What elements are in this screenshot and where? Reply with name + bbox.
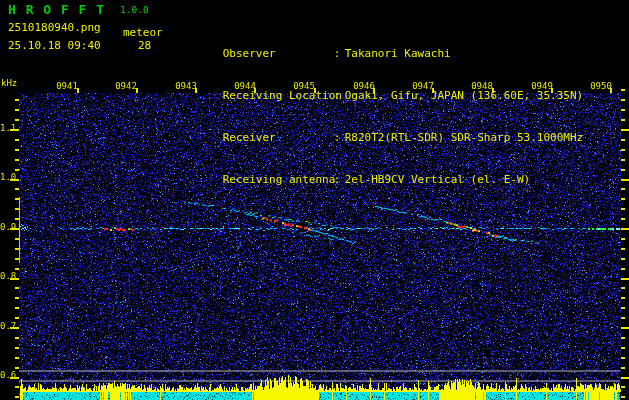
x-tick-label: 0942 (114, 81, 138, 91)
separator: : (334, 46, 345, 62)
station-row-observer: Observer:Takanori Kawachi (183, 30, 583, 46)
x-tick-label: 0950 (589, 81, 613, 91)
y-axis-unit-label: kHz (1, 78, 17, 88)
y-tick-label: 0.6 (0, 370, 14, 380)
y-tick-label: 1.1 (0, 123, 14, 133)
meteor-count: 28 (138, 39, 151, 52)
separator: : (334, 130, 345, 146)
datetime-label: 25.10.18 09:40 (8, 39, 101, 52)
station-row-receiver: Receiver:R820T2(RTL-SDR) SDR-Sharp 53.10… (183, 114, 583, 130)
app-version: 1.0.0 (120, 4, 149, 15)
station-row-antenna: Receiving antenna:2el-HB9CV Vertical (el… (183, 156, 583, 172)
app-title: H R O F F T (8, 2, 105, 17)
x-tick-label: 0943 (174, 81, 198, 91)
x-tick-label: 0947 (411, 81, 435, 91)
y-tick-label: 0.9 (0, 222, 14, 232)
x-tick-label: 0941 (55, 81, 79, 91)
station-label: Observer (223, 46, 334, 62)
output-filename: 2510180940.png (8, 21, 101, 34)
station-label: Receiving antenna (223, 172, 334, 188)
station-value: R820T2(RTL-SDR) SDR-Sharp 53.1000MHz (345, 131, 583, 144)
y-tick-label: 0.8 (0, 271, 14, 281)
x-tick-label: 0948 (470, 81, 494, 91)
x-tick-label: 0946 (352, 81, 376, 91)
hrofft-window: H R O F F T 1.0.0 2510180940.png meteor … (0, 0, 629, 400)
station-value: 2el-HB9CV Vertical (el. E-W) (345, 173, 530, 186)
mode-label: meteor (123, 26, 163, 39)
y-tick-label: 1.0 (0, 172, 14, 182)
x-tick-label: 0945 (292, 81, 316, 91)
station-info: Observer:Takanori Kawachi Receiving Loca… (183, 4, 583, 198)
separator: : (334, 172, 345, 188)
x-tick-label: 0949 (530, 81, 554, 91)
x-tick-label: 0944 (233, 81, 257, 91)
station-label: Receiver (223, 130, 334, 146)
y-tick-label: 0.7 (0, 321, 14, 331)
separator: : (334, 88, 345, 104)
station-value: Takanori Kawachi (345, 47, 451, 60)
